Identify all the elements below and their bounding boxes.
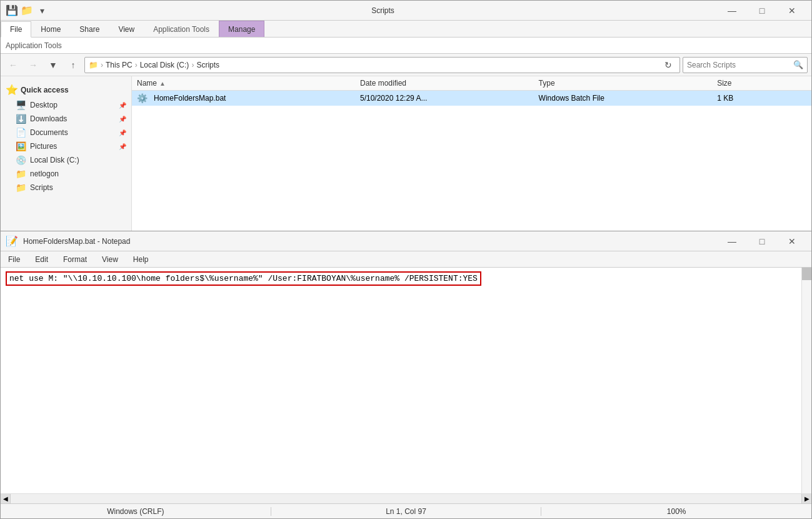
col-header-name[interactable]: Name ▲ — [137, 79, 360, 88]
explorer-close-btn[interactable]: ✕ — [778, 1, 806, 21]
quick-access-icon: ▾ — [36, 4, 48, 17]
hscroll-track[interactable] — [11, 494, 801, 503]
notepad-minimize-btn[interactable]: — — [718, 231, 746, 251]
file-size-cell: 1 KB — [717, 94, 806, 103]
status-line-col: Ln 1, Col 97 — [271, 507, 542, 516]
col-header-type[interactable]: Type — [539, 79, 718, 88]
explorer-minimize-btn[interactable]: — — [718, 1, 746, 21]
sidebar-pictures-label: Pictures — [30, 142, 57, 151]
sidebar-item-desktop[interactable]: 🖥️ Desktop 📌 — [1, 98, 131, 112]
explorer-maximize-btn[interactable]: □ — [748, 1, 776, 21]
address-folder-icon: 📁 — [89, 61, 98, 69]
file-type-cell: Windows Batch File — [539, 94, 718, 103]
explorer-titlebar-icons: 💾 📁 ▾ — [6, 4, 48, 17]
ribbon-content: Application Tools — [1, 37, 811, 53]
file-date-cell: 5/10/2020 12:29 A... — [360, 94, 539, 103]
sidebar-desktop-label: Desktop — [30, 101, 58, 109]
notepad-vertical-scrollbar[interactable] — [801, 268, 811, 493]
refresh-button[interactable]: ↻ — [661, 58, 676, 73]
notepad-menu-edit[interactable]: Edit — [33, 254, 51, 265]
sidebar-item-netlogon[interactable]: 📁 netlogon — [1, 167, 131, 181]
notepad-menu-format[interactable]: Format — [61, 254, 89, 265]
notepad-maximize-btn[interactable]: □ — [748, 231, 776, 251]
notepad-text-area[interactable]: net use M: "\\10.10.10.100\home folders$… — [1, 268, 801, 493]
back-button[interactable]: ← — [4, 56, 22, 74]
sidebar-item-pictures[interactable]: 🖼️ Pictures 📌 — [1, 139, 131, 153]
table-row[interactable]: ⚙️ HomeFoldersMap.bat 5/10/2020 12:29 A.… — [132, 91, 811, 106]
notepad-menu-file[interactable]: File — [6, 254, 23, 265]
quick-access-header[interactable]: ⭐ Quick access — [1, 81, 131, 98]
sidebar-item-documents[interactable]: 📄 Documents 📌 — [1, 126, 131, 139]
sidebar-item-localdisk[interactable]: 💿 Local Disk (C:) — [1, 153, 131, 167]
ribbon-tab-home[interactable]: Home — [31, 21, 70, 37]
status-encoding: Windows (CRLF) — [1, 507, 271, 516]
notepad-menu: File Edit Format View Help — [1, 251, 811, 268]
file-list-header: Name ▲ Date modified Type Size — [132, 76, 811, 91]
documents-folder-icon: 📄 — [16, 128, 26, 138]
forward-button[interactable]: → — [24, 56, 42, 74]
address-bar[interactable]: 📁 › This PC › Local Disk (C:) › Scripts … — [84, 57, 680, 73]
main-area: ⭐ Quick access 🖥️ Desktop 📌 ⬇️ Downloads… — [1, 76, 811, 231]
recent-locations-button[interactable]: ▼ — [44, 56, 62, 74]
notepad-title: HomeFoldersMap.bat - Notepad — [23, 237, 718, 246]
quick-access-label: Quick access — [21, 86, 69, 94]
app-tools-label: Application Tools — [6, 41, 62, 50]
notepad-menu-help[interactable]: Help — [131, 254, 151, 265]
folder-icon: 📁 — [21, 4, 33, 17]
address-scripts: Scripts — [196, 61, 219, 69]
localdisk-icon: 💿 — [16, 155, 26, 165]
file-name: HomeFoldersMap.bat — [154, 94, 226, 103]
pin-icon-documents: 📌 — [119, 129, 126, 136]
sort-arrow-icon: ▲ — [159, 80, 166, 87]
pin-icon-pictures: 📌 — [119, 143, 126, 150]
pin-icon-downloads: 📌 — [119, 116, 126, 123]
netlogon-folder-icon: 📁 — [16, 169, 26, 179]
batch-file-icon: ⚙️ — [137, 93, 148, 103]
status-zoom: 100% — [541, 507, 811, 516]
toolbar-row: ← → ▼ ↑ 📁 › This PC › Local Disk (C:) › … — [1, 54, 811, 76]
notepad-content-area: net use M: "\\10.10.10.100\home folders$… — [1, 268, 811, 493]
up-button[interactable]: ↑ — [64, 56, 82, 74]
notepad-close-btn[interactable]: ✕ — [778, 231, 806, 251]
col-header-date[interactable]: Date modified — [360, 79, 539, 88]
notepad-status-bar: Windows (CRLF) Ln 1, Col 97 100% — [1, 503, 811, 518]
sidebar-item-downloads[interactable]: ⬇️ Downloads 📌 — [1, 112, 131, 126]
notepad-title-bar: 📝 HomeFoldersMap.bat - Notepad — □ ✕ — [1, 231, 811, 251]
scripts-folder-icon: 📁 — [16, 183, 26, 193]
notepad-icon: 📝 — [6, 235, 18, 247]
notepad-window: 📝 HomeFoldersMap.bat - Notepad — □ ✕ Fil… — [0, 231, 812, 519]
search-box[interactable]: 🔍 — [683, 57, 808, 73]
explorer-title: Scripts — [51, 6, 715, 15]
address-local-disk: Local Disk (C:) — [140, 61, 189, 69]
explorer-window-controls: — □ ✕ — [718, 1, 806, 21]
star-icon: ⭐ — [6, 84, 18, 96]
search-icon: 🔍 — [793, 60, 803, 69]
ribbon-tab-file[interactable]: File — [1, 21, 31, 38]
sidebar-downloads-label: Downloads — [30, 114, 67, 123]
explorer-window: 💾 📁 ▾ Scripts — □ ✕ File Home Share View — [0, 0, 812, 231]
ribbon-tab-view[interactable]: View — [109, 21, 144, 37]
downloads-folder-icon: ⬇️ — [16, 114, 26, 124]
save-icon: 💾 — [6, 4, 18, 17]
sidebar-localdisk-label: Local Disk (C:) — [30, 156, 79, 164]
notepad-menu-view[interactable]: View — [99, 254, 121, 265]
explorer-title-bar: 💾 📁 ▾ Scripts — □ ✕ — [1, 1, 811, 21]
file-list: Name ▲ Date modified Type Size ⚙️ HomeFo… — [132, 76, 811, 231]
pin-icon-desktop: 📌 — [119, 102, 126, 109]
col-header-size[interactable]: Size — [717, 79, 806, 88]
pictures-folder-icon: 🖼️ — [16, 141, 26, 151]
ribbon-tab-share[interactable]: Share — [70, 21, 109, 37]
file-name-cell: ⚙️ HomeFoldersMap.bat — [137, 93, 360, 103]
ribbon-tab-apptools[interactable]: Application Tools — [144, 21, 219, 37]
notepad-window-controls: — □ ✕ — [718, 231, 806, 251]
code-content: net use M: "\\10.10.10.100\home folders$… — [6, 271, 481, 286]
sidebar-item-scripts[interactable]: 📁 Scripts — [1, 181, 131, 194]
ribbon-tabs: File Home Share View Application Tools M… — [1, 21, 811, 37]
search-input[interactable] — [687, 61, 791, 69]
sidebar-netlogon-label: netlogon — [30, 169, 59, 178]
ribbon: File Home Share View Application Tools M… — [1, 21, 811, 54]
notepad-horizontal-scrollbar[interactable]: ◀ ▶ — [1, 493, 811, 503]
address-this-pc: This PC — [106, 61, 133, 69]
sidebar-scripts-label: Scripts — [30, 183, 53, 192]
ribbon-tab-manage[interactable]: Manage — [219, 21, 264, 37]
